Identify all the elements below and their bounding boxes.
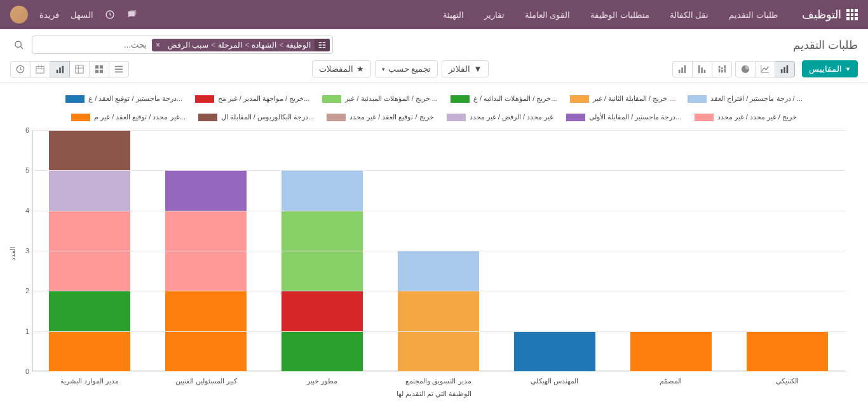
legend-swatch	[566, 114, 585, 121]
calendar-view-button[interactable]	[30, 61, 50, 77]
apps-icon[interactable]	[846, 9, 858, 20]
activity-icon[interactable]	[105, 10, 115, 20]
svg-rect-17	[698, 65, 700, 72]
legend-label: درجة ماجستير / توقيع العقد / غ...	[88, 95, 182, 103]
avatar[interactable]	[10, 6, 28, 23]
bar-stack[interactable]	[630, 331, 712, 371]
bar-segment[interactable]	[49, 170, 130, 210]
bar-stack[interactable]	[281, 170, 363, 371]
legend-item[interactable]: خريج / المؤهلات المبدئية / غير ...	[322, 95, 438, 103]
bar-segment[interactable]	[281, 170, 363, 210]
desc-button[interactable]	[692, 61, 712, 77]
measures-button[interactable]: ▼المقاييس	[802, 60, 858, 77]
svg-rect-30	[76, 65, 83, 72]
pie-chart-button[interactable]	[735, 61, 756, 77]
grid-line	[32, 251, 845, 251]
legend-item[interactable]: خريج / مواجهة المدير / غير مح...	[195, 95, 310, 103]
svg-rect-22	[684, 65, 686, 72]
svg-rect-28	[95, 69, 98, 72]
bar-segment[interactable]	[49, 291, 130, 331]
grid-line	[32, 331, 845, 332]
menu-item-applications[interactable]: طلبات التقديم	[720, 6, 787, 23]
menu-item-workforce[interactable]: القوى العاملة	[516, 6, 580, 23]
bar-segment[interactable]	[630, 331, 712, 371]
bar-segment[interactable]	[281, 291, 363, 331]
messaging-icon[interactable]	[126, 10, 137, 20]
legend-label: درجة ماجستير / المقابلة الأولى...	[589, 113, 681, 121]
svg-rect-19	[704, 69, 706, 72]
menu-item-job-req[interactable]: متطلبات الوظيفة	[581, 6, 658, 23]
list-view-button[interactable]	[109, 61, 129, 77]
filters-button[interactable]: ▼الفلاتر	[442, 60, 489, 77]
group-icon	[315, 39, 330, 51]
search-input[interactable]	[35, 37, 152, 52]
legend-label: خريج / غير محدد / غير محدد	[717, 113, 797, 121]
bar-segment[interactable]	[49, 130, 130, 170]
y-tick-label: 1	[19, 328, 29, 335]
line-chart-button[interactable]	[755, 61, 775, 77]
svg-rect-9	[783, 67, 785, 73]
legend-item[interactable]: درجة ماجستير / المقابلة الأولى...	[566, 113, 681, 121]
bar-segment[interactable]	[398, 251, 479, 291]
legend-swatch	[688, 95, 707, 103]
x-tick-label: مدير التسويق والمجتمع	[381, 377, 497, 385]
bar-segment[interactable]	[49, 331, 130, 371]
menu-item-reports[interactable]: تقارير	[475, 6, 513, 23]
legend-swatch	[71, 114, 90, 121]
legend-item[interactable]: خريج / غير محدد / غير محدد	[695, 113, 797, 121]
svg-rect-14	[721, 69, 723, 72]
bar-segment[interactable]	[747, 331, 828, 371]
groupby-button[interactable]: تجميع حسب▾	[375, 60, 438, 77]
user-name[interactable]: فريدة	[39, 10, 59, 20]
kanban-view-button[interactable]	[89, 61, 109, 77]
legend-swatch	[195, 95, 214, 103]
svg-rect-32	[59, 67, 61, 73]
stacked-button[interactable]	[712, 61, 732, 77]
legend-item[interactable]: درجة ماجستير / توقيع العقد / غ...	[65, 95, 182, 103]
control-panel: طلبات التقديم الوظيفة > الشهادة > المرحل…	[0, 29, 868, 83]
view-switcher	[10, 61, 128, 77]
legend-item[interactable]: غير محدد / الرفض / غير محدد	[447, 113, 553, 121]
svg-rect-2	[319, 44, 322, 46]
menu-item-sponsorship[interactable]: نقل الكفالة	[661, 6, 718, 23]
bar-chart-button[interactable]	[775, 61, 795, 77]
systray: السهل فريدة	[10, 6, 137, 23]
brand[interactable]: التوظيف	[802, 8, 858, 22]
bar-stack[interactable]	[398, 251, 479, 371]
svg-rect-33	[62, 65, 64, 72]
bar-stack[interactable]	[514, 331, 595, 371]
legend-item[interactable]: خريج / المقابلة الثانية / غير ...	[570, 95, 675, 103]
legend-label: درجة ماجستير / اقتراح العقد / ...	[710, 95, 803, 103]
search-area: الوظيفة > الشهادة > المرحلة > سبب الرفض …	[10, 36, 434, 54]
menu-item-config[interactable]: التهيئة	[434, 6, 473, 23]
legend-item[interactable]: غير محدد / توقيع العقد / غير م...	[71, 113, 186, 121]
company-name[interactable]: السهل	[71, 10, 93, 20]
graph-view-button[interactable]	[50, 61, 70, 77]
svg-rect-25	[115, 71, 123, 72]
x-tick-label: الكتنيكي	[729, 377, 845, 385]
stack-switcher	[672, 61, 731, 77]
legend-label: درجة البكالوريوس / المقابلة ال...	[221, 113, 314, 121]
legend-item[interactable]: درجة البكالوريوس / المقابلة ال...	[198, 113, 314, 121]
search-icon[interactable]	[14, 40, 24, 50]
bar-segment[interactable]	[514, 331, 595, 371]
legend-item[interactable]: خريج / المؤهلات البدائيه / غ...	[451, 95, 557, 103]
svg-rect-10	[787, 65, 789, 72]
bar-segment[interactable]	[165, 170, 247, 210]
search-box[interactable]: الوظيفة > الشهادة > المرحلة > سبب الرفض …	[32, 36, 333, 54]
favorites-button[interactable]: ★المفضلات	[312, 60, 371, 77]
legend-swatch	[65, 95, 85, 103]
legend-item[interactable]: خريج / توقيع العقد / غير محدد	[327, 113, 433, 121]
x-tick-label: مطور خبير	[264, 377, 381, 385]
svg-rect-11	[719, 65, 721, 68]
x-labels: مدير الموارد البشريةكبير المسئولين الفني…	[32, 377, 845, 385]
activity-view-button[interactable]	[10, 61, 31, 77]
legend-swatch	[322, 95, 341, 103]
asc-button[interactable]	[672, 61, 693, 77]
legend-item[interactable]: درجة ماجستير / اقتراح العقد / ...	[688, 95, 803, 103]
bar-stack[interactable]	[747, 331, 828, 371]
remove-facet-icon[interactable]: ×	[152, 41, 164, 50]
bar-segment[interactable]	[281, 331, 363, 371]
bar-stack[interactable]	[165, 170, 247, 371]
pivot-view-button[interactable]	[69, 61, 90, 77]
